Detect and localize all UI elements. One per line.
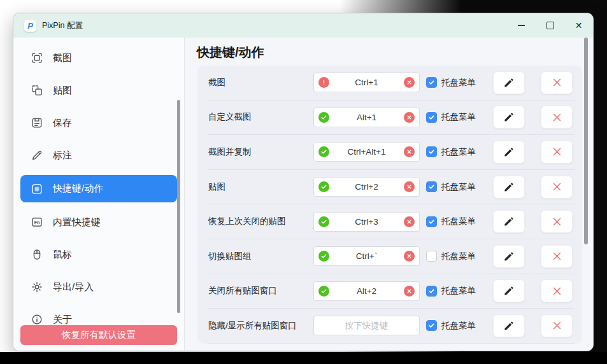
- status-ok-icon: [318, 146, 329, 157]
- edit-hotkey-button[interactable]: [493, 176, 525, 199]
- titlebar-left: P PixPin 配置: [13, 20, 83, 32]
- delete-hotkey-button[interactable]: [541, 106, 573, 129]
- hotkey-row: 关闭所有贴图窗口 Alt+2 托盘菜单: [208, 274, 575, 309]
- sidebar-item[interactable]: Fn内置快捷键: [20, 209, 177, 235]
- clear-hotkey-icon[interactable]: [404, 251, 415, 262]
- tray-menu-checkbox[interactable]: [426, 216, 437, 227]
- svg-text:Fn: Fn: [34, 220, 39, 225]
- action-label: 自定义截图: [208, 111, 313, 123]
- delete-hotkey-button[interactable]: [541, 71, 573, 94]
- action-label: 截图并复制: [208, 146, 313, 158]
- titlebar[interactable]: P PixPin 配置 ✕: [13, 13, 593, 38]
- hotkey-rows-panel: 截图 Ctrl+1 托盘菜单 自定义截图 Alt+1: [197, 66, 582, 344]
- delete-hotkey-button[interactable]: [541, 210, 573, 233]
- tray-menu-checkbox[interactable]: [426, 77, 437, 88]
- maximize-icon: [546, 22, 554, 29]
- clear-hotkey-icon[interactable]: [404, 216, 415, 227]
- sidebar-item-label: 导出/导入: [53, 281, 94, 293]
- tray-menu-label: 托盘菜单: [441, 320, 476, 332]
- tray-menu-option[interactable]: 托盘菜单: [426, 146, 482, 158]
- delete-x-icon: [552, 112, 562, 123]
- edit-hotkey-button[interactable]: [493, 279, 525, 302]
- sidebar-item[interactable]: 导出/导入: [20, 274, 177, 300]
- pencil-icon: [503, 216, 515, 227]
- hotkey-value: Ctrl+Alt+1: [329, 147, 404, 157]
- edit-hotkey-button[interactable]: [493, 314, 525, 337]
- status-ok-icon: [318, 251, 329, 262]
- tray-menu-option[interactable]: 托盘菜单: [426, 216, 482, 227]
- info-about-icon: [30, 313, 43, 326]
- sidebar: 截图贴图保存标注快捷键/动作Fn内置快捷键鼠标导出/导入关于 恢复所有默认设置: [13, 38, 185, 351]
- gear-export-import-icon: [30, 281, 43, 294]
- check-icon: [428, 218, 435, 225]
- hotkey-input[interactable]: Ctrl+`: [313, 246, 420, 266]
- hotkey-input[interactable]: Ctrl+3: [313, 212, 420, 232]
- screenshot-icon: [30, 52, 43, 65]
- reset-defaults-button[interactable]: 恢复所有默认设置: [20, 325, 177, 345]
- pencil-icon: [503, 146, 515, 158]
- tray-menu-label: 托盘菜单: [441, 146, 476, 158]
- tray-menu-option[interactable]: 托盘菜单: [426, 251, 482, 262]
- sidebar-item[interactable]: 标注: [20, 143, 177, 168]
- delete-hotkey-button[interactable]: [541, 176, 573, 199]
- delete-x-icon: [552, 286, 562, 297]
- tray-menu-option[interactable]: 托盘菜单: [426, 111, 482, 123]
- hotkey-input[interactable]: 按下快捷键: [313, 316, 420, 335]
- tray-menu-option[interactable]: 托盘菜单: [426, 77, 482, 88]
- tray-menu-checkbox[interactable]: [426, 112, 437, 123]
- pencil-icon: [503, 320, 515, 332]
- sidebar-item[interactable]: 截图: [20, 45, 177, 71]
- sidebar-item[interactable]: 快捷键/动作: [20, 175, 177, 202]
- clear-hotkey-icon[interactable]: [404, 286, 415, 297]
- sidebar-item[interactable]: 保存: [20, 110, 177, 136]
- hotkey-row: 切换贴图组 Ctrl+` 托盘菜单: [208, 239, 575, 274]
- clear-hotkey-icon[interactable]: [404, 181, 415, 192]
- delete-x-icon: [552, 251, 562, 262]
- pencil-icon: [503, 77, 515, 88]
- delete-hotkey-button[interactable]: [541, 141, 573, 164]
- minimize-button[interactable]: [507, 13, 536, 38]
- tray-menu-option[interactable]: 托盘菜单: [426, 320, 482, 332]
- tray-menu-option[interactable]: 托盘菜单: [426, 181, 482, 193]
- hotkey-input[interactable]: Alt+2: [313, 281, 420, 301]
- sidebar-item-label: 鼠标: [53, 249, 72, 261]
- clear-hotkey-icon[interactable]: [404, 112, 415, 123]
- tray-menu-checkbox[interactable]: [426, 286, 437, 297]
- tray-menu-checkbox[interactable]: [426, 320, 437, 331]
- hotkey-input[interactable]: Ctrl+2: [313, 177, 420, 197]
- edit-hotkey-button[interactable]: [493, 71, 525, 94]
- tray-menu-checkbox[interactable]: [426, 251, 437, 262]
- hotkey-row: 截图 Ctrl+1 托盘菜单: [208, 66, 575, 101]
- hotkey-input[interactable]: Alt+1: [313, 108, 420, 127]
- hotkey-input[interactable]: Ctrl+1: [313, 73, 420, 92]
- status-ok-icon: [318, 112, 329, 123]
- sidebar-scrollbar[interactable]: [177, 100, 180, 313]
- delete-hotkey-button[interactable]: [541, 314, 573, 337]
- sidebar-item[interactable]: 贴图: [20, 78, 177, 103]
- delete-hotkey-button[interactable]: [541, 279, 573, 302]
- hotkey-value: 按下快捷键: [329, 320, 404, 332]
- clear-hotkey-icon[interactable]: [404, 77, 415, 88]
- edit-hotkey-button[interactable]: [493, 245, 525, 268]
- delete-hotkey-button[interactable]: [541, 245, 573, 268]
- hotkey-value: Alt+1: [329, 113, 404, 122]
- close-button[interactable]: ✕: [564, 13, 593, 38]
- delete-x-icon: [552, 146, 562, 157]
- hotkey-input[interactable]: Ctrl+Alt+1: [313, 142, 420, 162]
- tray-menu-label: 托盘菜单: [441, 251, 476, 262]
- status-ok-icon: [318, 286, 329, 297]
- edit-hotkey-button[interactable]: [493, 210, 525, 233]
- edit-hotkey-button[interactable]: [493, 106, 525, 129]
- clear-hotkey-icon[interactable]: [404, 146, 415, 157]
- maximize-button[interactable]: [536, 13, 564, 38]
- tray-menu-checkbox[interactable]: [426, 181, 437, 192]
- tray-menu-checkbox[interactable]: [426, 146, 437, 157]
- content-scrollbar[interactable]: [584, 38, 588, 244]
- edit-hotkey-button[interactable]: [493, 141, 525, 164]
- sidebar-item[interactable]: 鼠标: [20, 242, 177, 267]
- tray-menu-option[interactable]: 托盘菜单: [426, 285, 482, 297]
- hotkey-row: 隐藏/显示所有贴图窗口 按下快捷键 托盘菜单: [208, 309, 575, 344]
- tray-menu-label: 托盘菜单: [441, 111, 476, 123]
- tray-menu-label: 托盘菜单: [441, 77, 476, 88]
- check-icon: [428, 114, 435, 121]
